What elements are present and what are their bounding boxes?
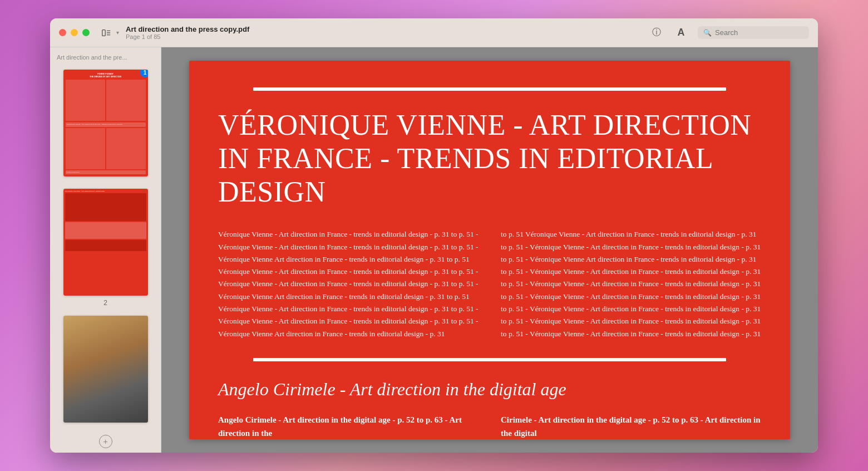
close-button[interactable] [59,29,66,36]
pdf-left-column: Véronique Vienne - Art direction in Fran… [218,228,479,340]
traffic-lights [59,29,90,36]
add-icon: + [99,435,112,448]
pdf-section2-columns: Angelo Cirimele - Art direction in the d… [218,413,761,440]
pdf-divider-bottom [253,358,726,361]
pdf-text-columns: Véronique Vienne - Art direction in Fran… [218,228,761,340]
sidebar-toggle-button[interactable] [98,25,114,41]
document-title: Art direction and the press copy.pdf [126,25,649,33]
pdf-right-column: to p. 51 Véronique Vienne - Art directio… [501,228,761,340]
search-bar[interactable]: 🔍 [698,26,809,39]
info-button[interactable]: ⓘ [649,25,664,41]
info-icon: ⓘ [652,27,661,38]
pdf-section2-title: Angelo Cirimele - Art direction in the d… [218,379,761,400]
sidebar: Art direction and the pre... PIERRE PONA… [50,47,161,453]
titlebar: ▾ Art direction and the press copy.pdf P… [50,18,818,47]
search-icon: 🔍 [703,29,712,37]
titlebar-actions: ⓘ A 🔍 [649,25,809,41]
title-info: Art direction and the press copy.pdf Pag… [126,25,649,40]
page-number-2: 2 [103,299,107,307]
annotation-icon: A [678,27,685,38]
thumbnail-3 [63,316,148,423]
pdf-page: VÉRONIQUE VIENNE - ART DIRECTION IN FRAN… [189,61,790,439]
add-page-button[interactable]: + [50,430,161,453]
thumbnail-2: FRANCESCA FRANCHI - ART DIRECTION IN A N… [63,189,148,296]
page-info: Page 1 of 85 [126,33,649,40]
sidebar-page-2[interactable]: FRANCESCA FRANCHI - ART DIRECTION IN A N… [50,184,161,311]
sidebar-page-1[interactable]: PIERRE PONANTTHE ORIGINS OF ART DIRECTIO… [50,65,161,184]
maximize-button[interactable] [82,29,90,36]
pdf-main-title: VÉRONIQUE VIENNE - ART DIRECTION IN FRAN… [218,109,761,208]
pdf-section2-left: Angelo Cirimele - Art direction in the d… [218,413,479,440]
dropdown-arrow-icon[interactable]: ▾ [116,30,119,36]
pdf-divider-top [253,87,726,91]
main-area: Art direction and the pre... PIERRE PONA… [50,47,818,453]
minimize-button[interactable] [71,29,78,36]
sidebar-header: Art direction and the pre... [50,52,161,65]
pdf-view[interactable]: VÉRONIQUE VIENNE - ART DIRECTION IN FRAN… [161,47,818,453]
search-input[interactable] [715,28,803,37]
app-window: ▾ Art direction and the press copy.pdf P… [50,18,818,453]
sidebar-page-3[interactable] [50,311,161,430]
pdf-section2-right: Cirimele - Art direction in the digital … [501,413,761,440]
annotation-button[interactable]: A [673,25,689,41]
svg-rect-0 [102,30,105,36]
thumbnail-1: PIERRE PONANTTHE ORIGINS OF ART DIRECTIO… [63,70,148,176]
